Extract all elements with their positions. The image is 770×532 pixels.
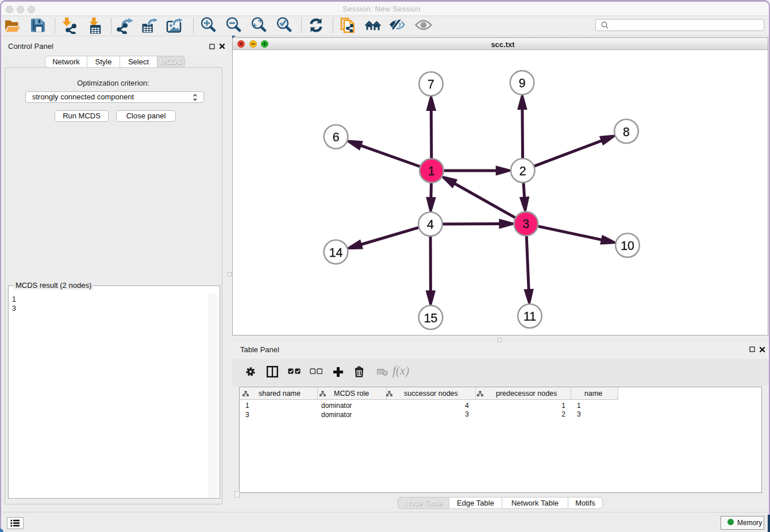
svg-text:6: 6 xyxy=(333,130,340,144)
svg-text:9: 9 xyxy=(519,76,526,90)
svg-text:4: 4 xyxy=(427,218,434,232)
svg-text:15: 15 xyxy=(424,311,438,325)
svg-text:f(x): f(x) xyxy=(392,365,409,377)
svg-text:8: 8 xyxy=(623,125,630,139)
svg-text:3: 3 xyxy=(522,217,529,231)
svg-text:11: 11 xyxy=(523,310,536,323)
svg-text:10: 10 xyxy=(621,239,634,253)
svg-text:7: 7 xyxy=(428,78,434,91)
svg-text:1: 1 xyxy=(428,164,435,178)
svg-text:14: 14 xyxy=(329,246,343,260)
svg-text:2: 2 xyxy=(519,164,526,178)
